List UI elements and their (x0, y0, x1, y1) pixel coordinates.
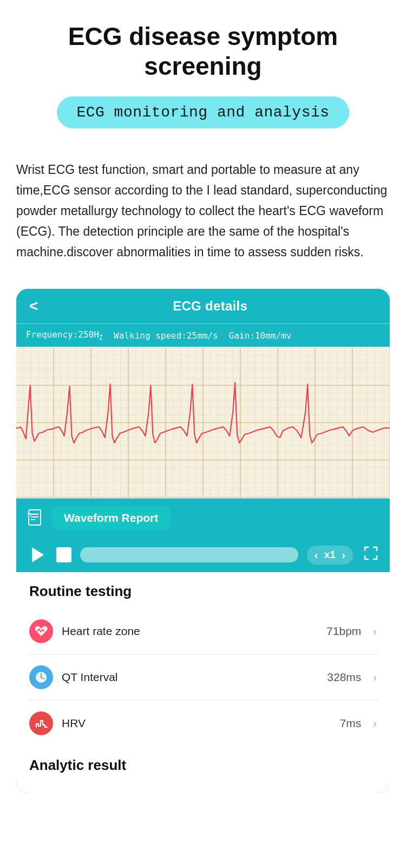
heart-rate-chevron-icon: › (373, 625, 377, 638)
hrv-chevron-icon: › (373, 717, 377, 730)
speed-increase-button[interactable]: › (342, 549, 345, 561)
stop-button[interactable] (56, 547, 71, 562)
ecg-graph (16, 347, 390, 498)
frequency-label: Frequency:250HZ (26, 329, 103, 341)
heart-rate-icon (29, 619, 53, 643)
hrv-value: 7ms (340, 717, 362, 730)
walking-speed-label: Walking speed:25mm/s (114, 331, 218, 341)
subtitle-badge: ECG monitoring and analysis (57, 96, 349, 128)
speed-value: x1 (322, 549, 337, 561)
ecg-details-title: ECG details (43, 299, 377, 314)
hrv-icon (29, 711, 53, 735)
main-title: ECG disease symptom screening (16, 22, 390, 81)
description-text: Wrist ECG test function, smart and porta… (16, 160, 390, 263)
qt-interval-value: 328ms (327, 671, 361, 684)
svg-point-93 (41, 677, 42, 678)
back-button[interactable]: < (29, 297, 38, 315)
hrv-row[interactable]: HRV 7ms › (27, 701, 379, 746)
speed-decrease-button[interactable]: ‹ (315, 549, 318, 561)
playback-bar: ‹ x1 › (16, 537, 390, 572)
heart-rate-row[interactable]: Heart rate zone 71bpm › (27, 608, 379, 655)
qt-interval-row[interactable]: QT Interval 328ms › (27, 655, 379, 701)
qt-interval-label: QT Interval (62, 671, 318, 684)
hrv-label: HRV (62, 717, 331, 730)
heart-rate-value: 71bpm (326, 625, 361, 638)
waveform-bar: Waveform Report (16, 498, 390, 537)
ecg-meta-bar: Frequency:250HZ Walking speed:25mm/s Gai… (16, 324, 390, 347)
analytic-section-title: Analytic result (27, 757, 379, 774)
qt-interval-chevron-icon: › (373, 671, 377, 684)
qt-interval-icon (29, 665, 53, 689)
fullscreen-button[interactable] (364, 546, 378, 563)
ecg-waveform-svg (16, 347, 390, 498)
play-triangle-icon (32, 547, 44, 562)
gain-label: Gain:10mm/mv (229, 331, 292, 341)
progress-bar[interactable] (80, 547, 298, 562)
speed-control: ‹ x1 › (307, 546, 353, 565)
routine-section-title: Routine testing (27, 583, 379, 600)
page-container: ECG disease symptom screening ECG monito… (0, 0, 406, 815)
ecg-card: < ECG details Frequency:250HZ Walking sp… (16, 289, 390, 793)
play-button[interactable] (28, 545, 48, 565)
heart-rate-label: Heart rate zone (62, 625, 318, 638)
waveform-report-button[interactable]: Waveform Report (52, 506, 170, 530)
analytic-section: Analytic result (16, 746, 390, 793)
ecg-header: < ECG details (16, 289, 390, 323)
routine-section: Routine testing Heart rate zone 71bpm › (16, 572, 390, 746)
report-icon (26, 508, 45, 528)
